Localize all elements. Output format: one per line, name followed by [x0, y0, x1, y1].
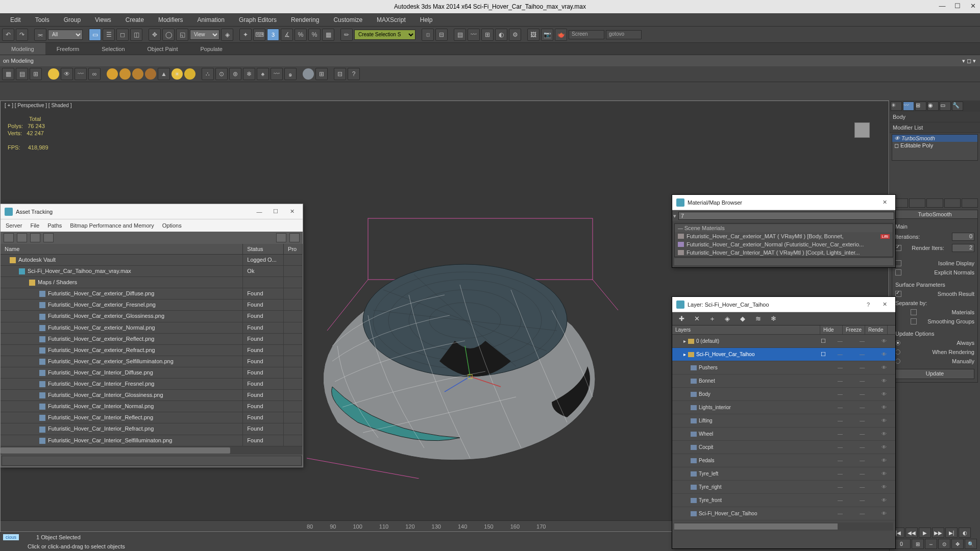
- minimize-button[interactable]: —: [937, 1, 947, 10]
- at-hscroll[interactable]: [1, 446, 303, 455]
- select-name-button[interactable]: ☰: [103, 29, 115, 41]
- layer-row[interactable]: Wheel——👁: [672, 428, 895, 441]
- lp-highlight-sel[interactable]: ◆: [738, 314, 748, 324]
- lp-freeze-unfreeze[interactable]: ❄: [768, 314, 778, 324]
- modify-tab[interactable]: 〰: [903, 102, 914, 111]
- lp-col-freeze[interactable]: Freeze: [843, 325, 865, 334]
- modifier-stack[interactable]: 👁 TurboSmooth ◻ Editable Poly: [892, 134, 978, 161]
- menu-create[interactable]: Create: [118, 14, 151, 26]
- iterations-spinner[interactable]: 0: [952, 233, 974, 241]
- make-unique-button[interactable]: [926, 198, 943, 208]
- menu-maxscript[interactable]: MAXScript: [370, 14, 413, 26]
- render-preset[interactable]: Screen: [569, 30, 604, 39]
- at-menu-bitmap[interactable]: Bitmap Performance and Memory: [70, 222, 154, 229]
- grid2-icon[interactable]: ⊞: [315, 68, 328, 80]
- at-col-status[interactable]: Status: [243, 244, 284, 254]
- ribbon-tab-freeform[interactable]: Freeform: [45, 43, 91, 55]
- layer-titlebar[interactable]: Layer: Sci-Fi_Hover_Car_Taihoo ?✕: [672, 297, 895, 312]
- atom-icon[interactable]: ⊛: [229, 68, 241, 80]
- material-item[interactable]: Futuristic_Hover_Car_Interior_MAT ( VRay…: [675, 248, 893, 257]
- redo-button[interactable]: ↷: [16, 29, 28, 41]
- hierarchy-tab[interactable]: ⊞: [915, 102, 926, 111]
- layer-row[interactable]: Tyre_front——👁: [672, 494, 895, 507]
- align-button[interactable]: ⊟: [435, 29, 448, 41]
- asset-row[interactable]: Futuristic_Hover_Car_Interior_Reflect.pn…: [1, 412, 303, 423]
- move-button[interactable]: ✥: [149, 29, 161, 41]
- render-setup-button[interactable]: ⚙: [509, 29, 521, 41]
- asset-row[interactable]: Futuristic_Hover_Car_exterior_Diffuse.pn…: [1, 288, 303, 299]
- configure-button[interactable]: [962, 198, 978, 208]
- sphere1-icon[interactable]: [107, 68, 118, 80]
- asset-row[interactable]: Futuristic_Hover_Car_exterior_Refract.pn…: [1, 345, 303, 356]
- asset-row[interactable]: Futuristic_Hover_Car_exterior_Reflect.pn…: [1, 334, 303, 345]
- at-command-input[interactable]: [2, 456, 302, 466]
- sep-materials-check[interactable]: [911, 309, 917, 315]
- at-table-button[interactable]: [43, 233, 54, 242]
- nav3-button[interactable]: ✥: [951, 539, 964, 549]
- time-config-button[interactable]: ⊞: [912, 539, 924, 549]
- wind-icon[interactable]: 〰: [271, 68, 283, 80]
- smooth-result-check[interactable]: [895, 291, 901, 297]
- layer-row[interactable]: Lifting——👁: [672, 414, 895, 428]
- teapot-icon[interactable]: 🫖: [555, 29, 567, 41]
- link-button[interactable]: ⫘: [34, 29, 46, 41]
- swirl-icon[interactable]: ๑: [284, 68, 297, 80]
- ribbon-tab-selection[interactable]: Selection: [90, 43, 136, 55]
- display-tab[interactable]: ▭: [940, 102, 951, 111]
- mb-options-icon[interactable]: ▾: [673, 213, 676, 219]
- lp-col-hide[interactable]: Hide: [820, 325, 843, 334]
- at-col-pro[interactable]: Pro: [284, 244, 303, 254]
- magnet-icon[interactable]: ⊙: [215, 68, 228, 80]
- asset-row[interactable]: Futuristic_Hover_Car_Interior_Normal.png…: [1, 401, 303, 412]
- utilities-tab[interactable]: 🔧: [952, 102, 963, 111]
- at-refresh-button[interactable]: [4, 233, 14, 242]
- rollout-header[interactable]: TurboSmooth: [892, 210, 978, 219]
- render-prod-button[interactable]: 📷: [541, 29, 553, 41]
- window-crossing-button[interactable]: ◫: [130, 29, 142, 41]
- at-tool-b[interactable]: [289, 233, 300, 242]
- nav2-button[interactable]: ⊙: [938, 539, 950, 549]
- upd-manual-radio[interactable]: [895, 359, 900, 364]
- sun-icon[interactable]: ☀: [172, 68, 183, 80]
- snow-icon[interactable]: ❄: [243, 68, 255, 80]
- view-cube[interactable]: [851, 119, 873, 141]
- show-end-button[interactable]: [909, 198, 925, 208]
- menu-rendering[interactable]: Rendering: [284, 14, 326, 26]
- layer-row[interactable]: Tyre_left——👁: [672, 467, 895, 481]
- mb-section-header[interactable]: — Scene Materials: [675, 224, 893, 232]
- material-item[interactable]: Futuristic_Hover_Car_exterior_MAT ( VRay…: [675, 232, 893, 240]
- links-icon[interactable]: ∞: [88, 68, 101, 80]
- sphere3-icon[interactable]: [132, 68, 143, 80]
- layer-row[interactable]: Tyre_right——👁: [672, 481, 895, 494]
- sphere2-icon[interactable]: [119, 68, 131, 80]
- lp-add-sel[interactable]: ＋: [707, 314, 717, 324]
- layer-row[interactable]: Body——👁: [672, 388, 895, 401]
- at-menu-server[interactable]: Server: [6, 222, 22, 229]
- nav1-button[interactable]: ↔: [925, 539, 937, 549]
- menu-help[interactable]: Help: [413, 14, 440, 26]
- close-button[interactable]: ✕: [968, 1, 978, 10]
- light-icon[interactable]: [48, 68, 59, 80]
- menu-edit[interactable]: Edit: [3, 14, 28, 26]
- asset-row[interactable]: Futuristic_Hover_Car_exterior_Fresnel.pn…: [1, 299, 303, 311]
- spinner-snap[interactable]: %: [308, 29, 321, 41]
- rect-region-button[interactable]: ◻: [116, 29, 129, 41]
- layer-manager-button[interactable]: ▤: [454, 29, 466, 41]
- lp-col-render[interactable]: Rende: [865, 325, 888, 334]
- table-icon[interactable]: ⊞: [30, 68, 42, 80]
- at-menu-file[interactable]: File: [30, 222, 39, 229]
- lp-hide-unhide[interactable]: ≋: [753, 314, 763, 324]
- sound-icon[interactable]: 〰: [75, 68, 87, 80]
- percent-snap[interactable]: %: [295, 29, 307, 41]
- ribbon-tab-populate[interactable]: Populate: [189, 43, 233, 55]
- asset-row[interactable]: Futuristic_Hover_Car_Interior_Diffuse.pn…: [1, 367, 303, 379]
- help-icon[interactable]: ?: [348, 68, 360, 80]
- layer-row[interactable]: ▸ Sci-Fi_Hover_Car_Taihoo☐——👁: [672, 348, 895, 361]
- goto-end-button[interactable]: ▶|: [945, 528, 958, 538]
- selection-filter[interactable]: All: [48, 30, 83, 40]
- viewport-label[interactable]: [ + ] [ Perspective ] [ Shaded ]: [5, 103, 71, 108]
- sphere5-icon[interactable]: [184, 68, 195, 80]
- lp-select-highlight[interactable]: ◈: [722, 314, 732, 324]
- angle-snap[interactable]: ∡: [281, 29, 293, 41]
- keyboard-shortcut-button[interactable]: ⌨: [253, 29, 265, 41]
